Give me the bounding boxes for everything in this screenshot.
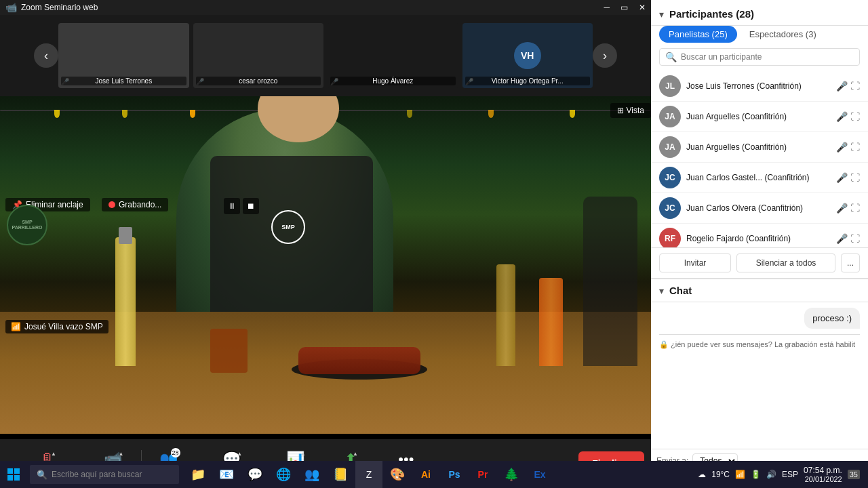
strip-participant-2[interactable]: 🎤 Hugo Álvarez bbox=[328, 23, 458, 88]
chat-messages: proceso :) 🔒 ¿ién puede ver sus mensajes… bbox=[651, 302, 868, 449]
participants-more-button[interactable]: ... bbox=[841, 253, 860, 272]
onedrive-icon: ☁ bbox=[698, 470, 706, 479]
video-icon-3: ⛶ bbox=[850, 172, 860, 183]
mic-muted-icon-1: 🎤 bbox=[836, 111, 848, 122]
tab-panelists[interactable]: Panelistas (25) bbox=[659, 26, 737, 43]
taskbar-sticky-notes[interactable]: 📒 bbox=[327, 461, 354, 488]
clock-date: 20/01/2022 bbox=[804, 475, 842, 483]
participant-name-4: Juan Carlos Olvera (Coanfitrión) bbox=[686, 203, 836, 213]
participant-item-1[interactable]: JA Juan Arguelles (Coanfitrión) 🎤 ⛶ bbox=[651, 102, 868, 132]
participant-list: JL Jose Luis Terrones (Coanfitrión) 🎤 ⛶ … bbox=[651, 71, 868, 247]
taskbar-illustrator[interactable]: Ai bbox=[412, 461, 439, 488]
close-button[interactable]: ✕ bbox=[639, 3, 646, 12]
strip-name-0: Jose Luis Terrones bbox=[61, 77, 186, 85]
svg-rect-1 bbox=[14, 468, 20, 474]
taskbar-premiere[interactable]: Pr bbox=[469, 461, 496, 488]
taskbar-photoshop[interactable]: Ps bbox=[441, 461, 468, 488]
avatar-1: JA bbox=[659, 106, 681, 127]
participants-tabs: Panelistas (25) Espectadores (3) bbox=[651, 26, 868, 48]
invite-button[interactable]: Invitar bbox=[659, 253, 731, 272]
participants-header: ▾ Participantes (28) bbox=[651, 0, 868, 26]
recording-label: Grabando... bbox=[119, 200, 161, 209]
participants-section: ▾ Participantes (28) Panelistas (25) Esp… bbox=[651, 0, 868, 279]
search-input[interactable] bbox=[681, 52, 854, 62]
avatar-5: RF bbox=[659, 228, 681, 247]
right-panel: ▾ Participantes (28) Panelistas (25) Esp… bbox=[651, 0, 868, 488]
taskbar-paint[interactable]: 🎨 bbox=[384, 461, 411, 488]
mic-muted-icon-0: 🎤 bbox=[836, 81, 848, 92]
taskbar-maps[interactable]: 🌲 bbox=[498, 461, 525, 488]
chat-collapse-button[interactable]: ▾ bbox=[659, 285, 664, 296]
stop-button[interactable]: ⏹ bbox=[243, 198, 259, 214]
next-participant-button[interactable]: › bbox=[593, 43, 617, 68]
participant-name-5: Rogelio Fajardo (Coanfitrión) bbox=[686, 234, 836, 243]
playback-controls: ⏸ ⏹ bbox=[224, 198, 259, 214]
svg-rect-0 bbox=[7, 468, 13, 474]
video-icon-1: ⛶ bbox=[850, 111, 860, 122]
mute-all-button[interactable]: Silenciar a todos bbox=[736, 253, 835, 272]
tray-temp: 19°C bbox=[711, 470, 730, 479]
strip-participant-1[interactable]: 🎤 cesar orozco bbox=[193, 23, 324, 88]
clock-time: 07:54 p.m. bbox=[804, 466, 842, 475]
strip-participant-0[interactable]: 🎤 Jose Luis Terrones bbox=[58, 23, 189, 88]
participant-item-3[interactable]: JC Juan Carlos Gastel... (Coanfitrión) 🎤… bbox=[651, 163, 868, 193]
mic-caret: ▲ bbox=[51, 451, 56, 457]
strip-participants-list: 🎤 Jose Luis Terrones 🎤 cesar orozco 🎤 Hu… bbox=[58, 23, 593, 88]
app-title: Zoom Seminario web bbox=[21, 3, 604, 12]
qa-caret: ▲ bbox=[237, 451, 242, 457]
chat-section: ▾ Chat proceso :) 🔒 ¿ién puede ver sus m… bbox=[651, 279, 868, 488]
speaker-name-label: Josué Villa vazo SMP bbox=[24, 322, 103, 331]
mic-muted-icon-4: 🎤 bbox=[836, 203, 848, 214]
participant-name-3: Juan Carlos Gastel... (Coanfitrión) bbox=[686, 173, 836, 182]
avatar-2: JA bbox=[659, 136, 681, 158]
taskbar-teams[interactable]: 👥 bbox=[298, 461, 326, 488]
search-box: 🔍 bbox=[659, 48, 860, 66]
taskbar-zoom-active[interactable]: Z bbox=[355, 461, 382, 488]
volume-icon: 🔊 bbox=[766, 470, 776, 479]
taskbar-whatsapp[interactable]: 💬 bbox=[241, 461, 269, 488]
system-tray: ☁ 19°C 📶 🔋 🔊 ESP 07:54 p.m. 20/01/2022 3… bbox=[698, 466, 868, 483]
mic-muted-icon-5: 🎤 bbox=[836, 233, 848, 244]
vista-button[interactable]: ⊞ Vista bbox=[610, 103, 651, 118]
chat-title: Chat bbox=[669, 285, 860, 296]
start-button[interactable] bbox=[0, 461, 27, 488]
rec-dot bbox=[108, 201, 115, 208]
taskbar-chrome[interactable]: 🌐 bbox=[270, 461, 297, 488]
participant-item-5[interactable]: RF Rogelio Fajardo (Coanfitrión) 🎤 ⛶ bbox=[651, 224, 868, 247]
lock-icon: 🔒 bbox=[659, 340, 669, 348]
taskbar-search-icon: 🔍 bbox=[37, 470, 47, 480]
battery-icon: 🔋 bbox=[751, 470, 761, 479]
taskbar-excel[interactable]: Ex bbox=[526, 461, 553, 488]
chat-notice: 🔒 ¿ién puede ver sus mensajes? La grabac… bbox=[659, 338, 860, 352]
smp-logo: SMP PARRILLERO bbox=[7, 205, 47, 245]
participant-item-4[interactable]: JC Juan Carlos Olvera (Coanfitrión) 🎤 ⛶ bbox=[651, 193, 868, 224]
strip-name-1: cesar orozco bbox=[196, 77, 321, 85]
tab-spectators[interactable]: Espectadores (3) bbox=[740, 26, 826, 43]
taskbar-search[interactable]: 🔍 Escribe aquí para buscar bbox=[30, 465, 179, 484]
svg-rect-3 bbox=[14, 475, 20, 481]
avatar-0: JL bbox=[659, 75, 681, 97]
strip-name-2: Hugo Álvarez bbox=[330, 77, 456, 85]
strip-name-3: Victor Hugo Ortega Pr... bbox=[465, 77, 591, 85]
lang-indicator: ESP bbox=[782, 470, 798, 479]
participant-item-2[interactable]: JA Juan Arguelles (Coanfitrión) 🎤 ⛶ bbox=[651, 132, 868, 163]
taskbar-outlook[interactable]: 📧 bbox=[213, 461, 240, 488]
prev-participant-button[interactable]: ‹ bbox=[34, 43, 58, 68]
participant-name-2: Juan Arguelles (Coanfitrión) bbox=[686, 142, 836, 152]
title-bar: 📹 Zoom Seminario web ─ ▭ ✕ bbox=[0, 0, 651, 15]
pause-button[interactable]: ⏸ bbox=[224, 198, 240, 214]
taskbar-search-placeholder: Escribe aquí para buscar bbox=[52, 470, 142, 479]
signal-icon: 📶 bbox=[11, 322, 21, 331]
mic-muted-icon-2: 🎤 bbox=[836, 142, 848, 152]
windows-taskbar: 🔍 Escribe aquí para buscar 📁 📧 💬 🌐 👥 📒 Z… bbox=[0, 461, 868, 488]
svg-rect-2 bbox=[7, 475, 13, 481]
wifi-icon: 📶 bbox=[735, 470, 745, 479]
participants-caret: ▲ bbox=[174, 451, 179, 457]
participant-item-0[interactable]: JL Jose Luis Terrones (Coanfitrión) 🎤 ⛶ bbox=[651, 71, 868, 102]
maximize-button[interactable]: ▭ bbox=[620, 3, 628, 12]
minimize-button[interactable]: ─ bbox=[604, 3, 610, 12]
strip-participant-3[interactable]: VH 🎤 Victor Hugo Ortega Pr... bbox=[462, 23, 593, 88]
taskbar-file-explorer[interactable]: 📁 bbox=[184, 461, 212, 488]
video-caret: ▲ bbox=[119, 451, 124, 457]
participants-collapse-button[interactable]: ▾ bbox=[659, 9, 664, 20]
